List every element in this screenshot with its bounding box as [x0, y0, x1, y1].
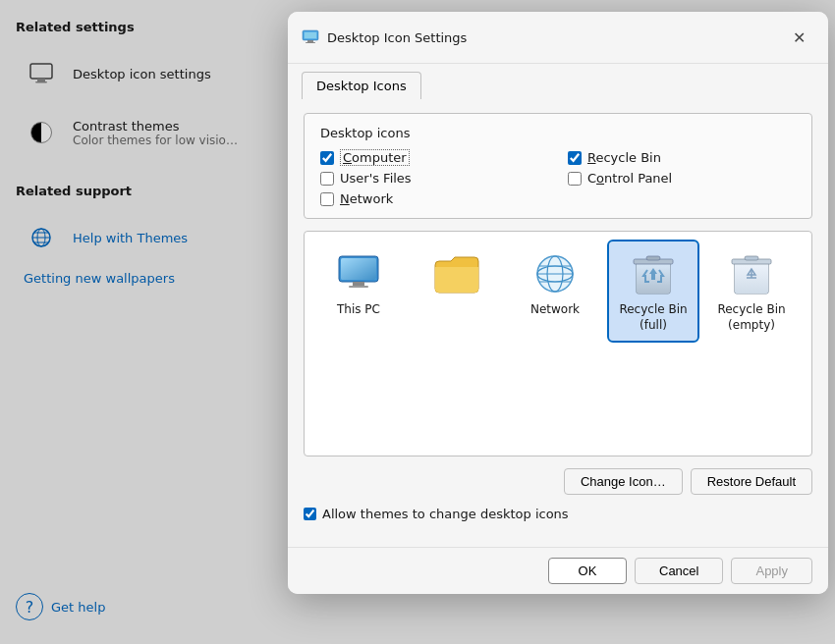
- restore-default-button[interactable]: Restore Default: [691, 468, 812, 495]
- apply-button[interactable]: Apply: [731, 558, 812, 584]
- svg-rect-32: [745, 256, 758, 260]
- recycle-empty-label: Recycle Bin(empty): [717, 302, 785, 333]
- checkbox-control[interactable]: Control Panel: [568, 171, 796, 186]
- this-pc-label: This PC: [337, 302, 380, 318]
- checkbox-network-input[interactable]: [320, 192, 334, 206]
- recycle-empty-icon: [727, 249, 776, 298]
- this-pc-icon: [334, 249, 383, 298]
- tab-desktop-icons[interactable]: Desktop Icons: [302, 72, 421, 99]
- checkbox-users-input[interactable]: [320, 172, 334, 186]
- desktop-icon-settings-dialog: Desktop Icon Settings ✕ Desktop Icons De…: [288, 12, 828, 594]
- allow-themes-label: Allow themes to change desktop icons: [322, 507, 569, 521]
- checkbox-control-input[interactable]: [568, 172, 582, 186]
- checkbox-recycle-input[interactable]: [568, 151, 582, 165]
- network-icon: [530, 249, 580, 298]
- action-buttons-bar: OK Cancel Apply: [288, 547, 828, 594]
- icon-folder[interactable]: [413, 242, 501, 341]
- title-bar-left: Desktop Icon Settings: [302, 28, 467, 46]
- dialog-title: Desktop Icon Settings: [327, 30, 467, 45]
- ok-button[interactable]: OK: [548, 558, 627, 584]
- checkbox-users[interactable]: User's Files: [320, 171, 548, 186]
- allow-themes-checkbox[interactable]: Allow themes to change desktop icons: [304, 507, 812, 521]
- allow-themes-input[interactable]: [304, 508, 316, 520]
- recycle-full-label: Recycle Bin(full): [619, 302, 687, 333]
- icon-grid: This PC: [314, 242, 802, 341]
- desktop-icons-label: Desktop icons: [320, 126, 796, 140]
- dialog-app-icon: [302, 28, 319, 46]
- recycle-full-icon: [629, 249, 678, 298]
- icon-this-pc[interactable]: This PC: [314, 242, 403, 341]
- svg-rect-15: [341, 258, 376, 280]
- checkbox-computer[interactable]: Computer: [320, 150, 548, 165]
- checkbox-recycle[interactable]: Recycle Bin: [568, 150, 796, 165]
- dialog-body: Desktop icons Computer Recycle Bin User'…: [288, 99, 828, 547]
- icon-preview-box: This PC: [304, 231, 812, 456]
- folder-icon: [432, 249, 481, 298]
- checkbox-computer-input[interactable]: [320, 151, 334, 165]
- change-icon-button[interactable]: Change Icon…: [564, 468, 683, 495]
- icon-recycle-empty[interactable]: Recycle Bin(empty): [707, 242, 796, 341]
- close-button[interactable]: ✕: [783, 22, 814, 53]
- svg-rect-28: [646, 256, 660, 260]
- checkbox-network[interactable]: Network: [320, 191, 548, 206]
- tab-bar: Desktop Icons: [288, 64, 828, 99]
- cancel-button[interactable]: Cancel: [635, 558, 723, 584]
- title-bar: Desktop Icon Settings ✕: [288, 12, 828, 64]
- network-label: Network: [530, 302, 580, 318]
- svg-rect-9: [307, 40, 313, 42]
- icon-recycle-full[interactable]: Recycle Bin(full): [609, 242, 697, 341]
- desktop-icons-section: Desktop icons Computer Recycle Bin User'…: [304, 113, 812, 219]
- icon-network[interactable]: Network: [511, 242, 599, 341]
- svg-rect-16: [353, 282, 364, 286]
- svg-rect-12: [305, 32, 316, 38]
- svg-rect-17: [349, 286, 368, 288]
- svg-rect-10: [306, 42, 315, 43]
- icon-action-buttons: Change Icon… Restore Default: [304, 468, 812, 495]
- checkboxes-grid: Computer Recycle Bin User's Files Contro…: [320, 150, 796, 206]
